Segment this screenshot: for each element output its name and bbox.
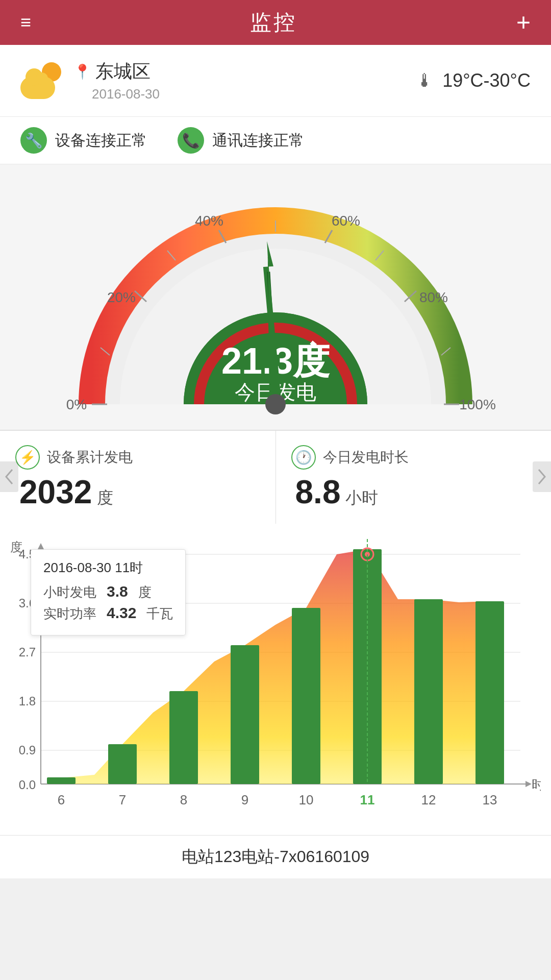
duration-value-row: 8.8 小时	[291, 476, 536, 509]
svg-rect-45	[47, 777, 76, 784]
header: ≡ 监控 +	[0, 0, 551, 45]
gauge-section: 0% 100% 20% 40% 60% 80%	[0, 164, 551, 430]
comm-status: 📞 通讯连接正常	[178, 127, 304, 154]
svg-text:2.7: 2.7	[19, 645, 36, 659]
svg-text:0.9: 0.9	[19, 743, 36, 757]
tooltip-date: 2016-08-30 11时	[43, 559, 173, 577]
location-pin-icon: 📍	[73, 63, 91, 80]
svg-text:11: 11	[360, 792, 375, 807]
temp-range: 19°C-30°C	[442, 70, 531, 91]
duration-value: 8.8	[295, 476, 341, 508]
tooltip-power-label: 小时发电	[43, 583, 96, 601]
svg-text:0.0: 0.0	[19, 778, 36, 792]
svg-rect-52	[475, 601, 504, 784]
svg-rect-51	[414, 599, 443, 784]
svg-marker-41	[525, 781, 532, 787]
menu-icon[interactable]: ≡	[20, 13, 31, 32]
tooltip-power-row: 小时发电 3.8 度	[43, 583, 173, 601]
duration-label: 今日发电时长	[323, 448, 409, 467]
device-status-badge: 🔧	[20, 127, 47, 154]
total-power-value: 2032	[19, 476, 92, 508]
page-title: 监控	[250, 8, 297, 37]
tooltip-realtime-label: 实时功率	[43, 605, 96, 623]
stats-row: ⚡ 设备累计发电 2032 度 🕐 今日发电时长 8.8 小时	[0, 430, 551, 524]
clock-icon: 🕐	[295, 450, 312, 465]
svg-text:10: 10	[299, 792, 314, 807]
svg-text:100%: 100%	[459, 397, 496, 412]
tooltip-realtime-unit: 千瓦	[146, 605, 173, 623]
duration-header: 🕐 今日发电时长	[291, 445, 536, 470]
weather-panel: 📍 东城区 2016-08-30 🌡 19°C-30°C	[0, 45, 551, 117]
tooltip-realtime-value: 4.32	[107, 604, 136, 622]
add-icon[interactable]: +	[516, 10, 531, 35]
svg-text:8: 8	[180, 792, 187, 807]
location-name: 东城区	[95, 59, 151, 84]
tooltip-power-unit: 度	[138, 583, 152, 601]
svg-text:9: 9	[241, 792, 248, 807]
total-power-stat: ⚡ 设备累计发电 2032 度	[0, 431, 276, 524]
wrench-icon: 🔧	[25, 132, 43, 149]
total-power-unit: 度	[97, 487, 113, 509]
total-power-value-row: 2032 度	[15, 476, 260, 509]
total-power-label: 设备累计发电	[47, 448, 133, 467]
svg-point-27	[265, 394, 286, 414]
lightning-icon: ⚡	[19, 450, 36, 465]
svg-rect-47	[169, 691, 198, 784]
phone-icon: 📞	[182, 132, 200, 149]
chart-area: 4.5 3.6 2.7 1.8 0.9 0.0	[10, 539, 541, 825]
svg-rect-49	[292, 608, 320, 784]
svg-rect-46	[108, 744, 137, 784]
duration-unit: 小时	[345, 487, 378, 509]
svg-text:6: 6	[58, 792, 65, 807]
gauge-container: 0% 100% 20% 40% 60% 80%	[51, 180, 500, 425]
svg-text:60%: 60%	[332, 213, 360, 229]
svg-text:7: 7	[119, 792, 126, 807]
weather-icon	[20, 62, 61, 99]
duration-stat: 🕐 今日发电时长 8.8 小时	[276, 431, 552, 524]
total-power-header: ⚡ 设备累计发电	[15, 445, 260, 470]
svg-text:12: 12	[421, 792, 436, 807]
svg-rect-48	[231, 645, 259, 784]
status-row: 🔧 设备连接正常 📞 通讯连接正常	[0, 117, 551, 164]
tooltip-power-value: 3.8	[107, 583, 128, 600]
clock-icon-wrap: 🕐	[291, 445, 316, 470]
svg-text:40%: 40%	[195, 213, 223, 229]
weather-left: 📍 东城区 2016-08-30	[20, 59, 160, 102]
device-status-label: 设备连接正常	[55, 130, 147, 151]
weather-right: 🌡 19°C-30°C	[416, 70, 531, 91]
stats-wrapper: ⚡ 设备累计发电 2032 度 🕐 今日发电时长 8.8 小时	[0, 430, 551, 524]
svg-text:时: 时	[532, 777, 541, 792]
next-arrow[interactable]	[533, 461, 551, 492]
device-status: 🔧 设备连接正常	[20, 127, 147, 154]
thermometer-icon: 🌡	[416, 70, 434, 91]
svg-marker-43	[38, 543, 44, 549]
svg-text:20%: 20%	[107, 289, 136, 305]
comm-status-label: 通讯连接正常	[212, 130, 304, 151]
prev-arrow[interactable]	[0, 461, 18, 492]
gauge-svg: 0% 100% 20% 40% 60% 80%	[51, 180, 500, 425]
weather-info: 📍 东城区 2016-08-30	[73, 59, 160, 102]
location-row: 📍 东城区	[73, 59, 160, 84]
lightning-icon-wrap: ⚡	[15, 445, 40, 470]
cloud-icon	[20, 77, 55, 99]
station-label: 电站123电站-7x06160109	[0, 835, 551, 878]
chart-section: 度 4.5 3.6 2.7 1.8	[0, 524, 551, 835]
svg-text:1.8: 1.8	[19, 694, 36, 708]
chart-tooltip: 2016-08-30 11时 小时发电 3.8 度 实时功率 4.32 千瓦	[31, 549, 186, 635]
tooltip-realtime-row: 实时功率 4.32 千瓦	[43, 604, 173, 623]
weather-date: 2016-08-30	[73, 86, 160, 102]
svg-text:13: 13	[483, 792, 497, 807]
svg-text:80%: 80%	[419, 289, 448, 305]
comm-status-badge: 📞	[178, 127, 204, 154]
svg-text:0%: 0%	[66, 397, 87, 412]
